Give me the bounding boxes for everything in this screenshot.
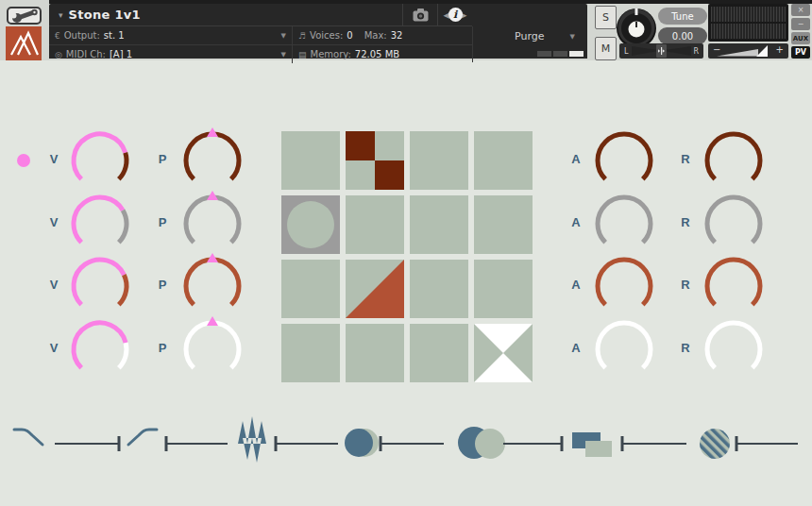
voices-notes-icon: ♬: [298, 31, 306, 41]
release-knob-layer-4[interactable]: [700, 314, 768, 382]
mini-slider-6[interactable]: [622, 436, 686, 451]
triangle-icon: [346, 260, 404, 318]
instrument-title: Stone 1v1: [69, 8, 141, 22]
pv-button[interactable]: PV: [791, 46, 810, 59]
pan-slider-graphic: [619, 43, 703, 59]
fade-in-icon: [128, 430, 157, 445]
circle-icon: [281, 195, 340, 254]
grid-cell-r4c3[interactable]: [410, 324, 468, 382]
bottom-control-7: [700, 429, 798, 459]
edit-wrench-button[interactable]: [7, 7, 42, 25]
camera-icon: [413, 8, 429, 22]
volume-knob-layer-2[interactable]: [66, 189, 134, 257]
output-value: st. 1: [104, 30, 125, 41]
bottom-control-2: [128, 430, 228, 451]
release-knob-layer-2[interactable]: [700, 189, 768, 257]
voices-value: 0: [347, 30, 352, 41]
release-knob-label-layer-4: R: [676, 341, 695, 355]
midi-channel-selector[interactable]: ◎ MIDI Ch: [A] 1 ▼: [49, 45, 293, 63]
volume-knob-label-layer-3: V: [44, 278, 63, 292]
purge-button[interactable]: Purge: [515, 30, 545, 42]
mute-button[interactable]: M: [595, 37, 617, 60]
solo-button[interactable]: S: [595, 6, 617, 29]
attack-knob-layer-3[interactable]: [590, 251, 658, 319]
grid-cell-r2c2[interactable]: [346, 195, 404, 254]
grid-cell-r4c4[interactable]: [474, 324, 533, 382]
pan-knob-layer-3[interactable]: [178, 251, 246, 319]
midi-memory-row: ◎ MIDI Ch: [A] 1 ▼ ▤ Memory: 72.05 MB: [49, 45, 472, 63]
release-knob-label-layer-2: R: [676, 215, 695, 229]
level-meter-right: [711, 24, 786, 39]
bottom-control-5: [458, 427, 562, 459]
release-knob-layer-3[interactable]: [700, 251, 768, 319]
grid-cell-r4c2[interactable]: [346, 324, 404, 382]
memory-value: 72.05 MB: [355, 49, 399, 59]
minimize-button[interactable]: −: [791, 18, 810, 30]
grid-cell-r3c3[interactable]: [410, 260, 468, 318]
pan-slider[interactable]: L R: [619, 43, 703, 59]
mini-slider-3[interactable]: [276, 436, 338, 451]
purge-section: Purge ▼: [472, 26, 588, 62]
attack-knob-label-layer-1: A: [567, 152, 585, 166]
header-strip: ▾ Stone 1v1 ◀ ▶ i: [0, 0, 812, 60]
midi-label: MIDI Ch:: [66, 49, 106, 59]
tune-label: Tune: [658, 8, 707, 25]
status-bar-3: [569, 51, 584, 57]
attack-knob-layer-1[interactable]: [590, 126, 658, 194]
volume-knob-layer-4[interactable]: [66, 314, 134, 382]
memory-chip-icon: ▤: [298, 50, 307, 59]
mini-slider-5[interactable]: [503, 436, 562, 451]
volume-knob-label-layer-4: V: [44, 341, 63, 355]
mini-slider-7[interactable]: [736, 436, 798, 451]
hourglass-icon: [474, 324, 533, 382]
memory-label: Memory:: [311, 49, 351, 59]
pan-knob-layer-1[interactable]: [178, 126, 246, 194]
pan-knob-layer-2[interactable]: [178, 189, 246, 257]
grid-cell-r1c2[interactable]: [346, 131, 404, 190]
volume-knob-layer-3[interactable]: [66, 251, 134, 319]
grid-cell-r2c3[interactable]: [410, 195, 468, 254]
snapshot-camera-button[interactable]: [402, 4, 437, 25]
voices-readout: ♬ Voices: 0 Max: 32: [293, 26, 472, 44]
max-value: 32: [391, 30, 403, 41]
active-layer-indicator-dot: [17, 154, 30, 167]
memory-readout: ▤ Memory: 72.05 MB: [293, 45, 472, 63]
instrument-logo: [6, 26, 42, 60]
attack-knob-layer-2[interactable]: [590, 189, 658, 257]
grid-cell-r2c4[interactable]: [474, 195, 533, 254]
mini-slider-2[interactable]: [166, 436, 228, 451]
pan-knob-layer-4[interactable]: [178, 314, 246, 382]
grid-cell-r2c1[interactable]: [281, 195, 340, 254]
output-jack-icon: €: [55, 31, 60, 41]
grid-cell-r1c4[interactable]: [474, 131, 533, 190]
mini-slider-1[interactable]: [55, 436, 119, 451]
tune-value[interactable]: 0.00: [658, 27, 707, 44]
attack-knob-layer-4[interactable]: [590, 314, 658, 382]
mini-slider-4[interactable]: [381, 436, 444, 451]
attack-knob-label-layer-4: A: [567, 341, 585, 355]
grid-cell-r3c1[interactable]: [281, 260, 340, 318]
instrument-title-bar[interactable]: ▾ Stone 1v1 ◀ ▶ i: [49, 4, 472, 26]
fade-out-icon: [14, 430, 42, 445]
checkerboard-icon: [346, 131, 404, 190]
grid-cell-r3c4[interactable]: [474, 260, 533, 318]
pan-knob-label-layer-3: P: [153, 278, 172, 292]
grid-cell-r3c2[interactable]: [346, 260, 404, 318]
volume-knob-layer-1[interactable]: [66, 126, 134, 194]
pan-knob-label-layer-4: P: [153, 341, 172, 355]
attack-knob-label-layer-3: A: [567, 278, 585, 292]
attack-knob-label-layer-2: A: [567, 215, 585, 229]
volume-slider[interactable]: − +: [708, 43, 788, 59]
grid-cell-r1c1[interactable]: [281, 131, 340, 190]
info-icon: i: [448, 8, 463, 22]
output-selector[interactable]: € Output: st. 1 ▼: [49, 26, 293, 44]
close-button[interactable]: ×: [791, 4, 810, 16]
aux-button[interactable]: aux: [791, 32, 810, 44]
mountain-logo-icon: [6, 26, 42, 60]
release-knob-layer-1[interactable]: [700, 126, 768, 194]
info-button[interactable]: i: [437, 4, 472, 25]
purge-dropdown-icon[interactable]: ▼: [570, 33, 575, 41]
grid-cell-r1c3[interactable]: [410, 131, 468, 190]
moon-icon: [345, 429, 379, 457]
grid-cell-r4c1[interactable]: [281, 324, 340, 382]
